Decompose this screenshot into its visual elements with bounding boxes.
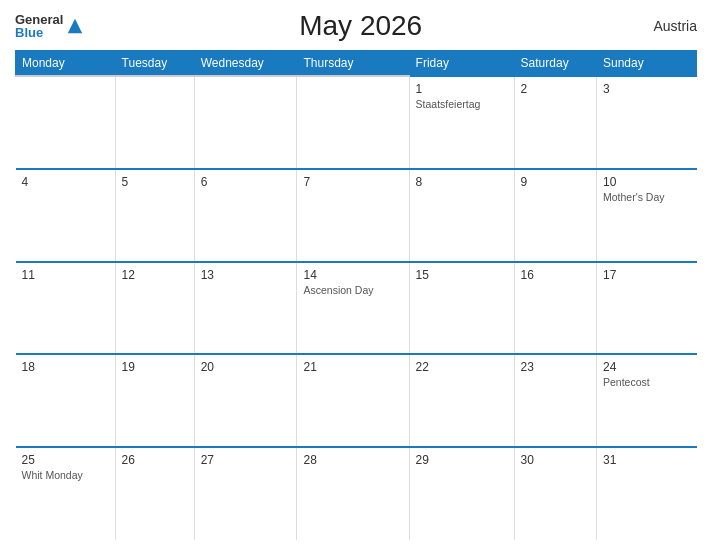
holiday-label: Staatsfeiertag [416, 98, 508, 110]
day-number: 27 [201, 453, 291, 467]
table-row: 19 [115, 354, 194, 447]
day-number: 31 [603, 453, 691, 467]
calendar-page: General Blue May 2026 Austria Monday Tue… [0, 0, 712, 550]
day-number: 5 [122, 175, 188, 189]
table-row: 11 [16, 262, 116, 355]
day-number: 10 [603, 175, 691, 189]
table-row: 7 [297, 169, 409, 262]
col-monday: Monday [16, 51, 116, 77]
day-number: 1 [416, 82, 508, 96]
day-number: 16 [521, 268, 590, 282]
day-number: 28 [303, 453, 402, 467]
holiday-label: Whit Monday [22, 469, 109, 481]
day-number: 8 [416, 175, 508, 189]
table-row: 15 [409, 262, 514, 355]
page-header: General Blue May 2026 Austria [15, 10, 697, 42]
day-number: 19 [122, 360, 188, 374]
col-tuesday: Tuesday [115, 51, 194, 77]
table-row [194, 76, 297, 169]
logo: General Blue [15, 13, 84, 39]
table-row: 17 [597, 262, 697, 355]
col-wednesday: Wednesday [194, 51, 297, 77]
day-number: 30 [521, 453, 590, 467]
day-number: 25 [22, 453, 109, 467]
table-row: 16 [514, 262, 596, 355]
table-row: 21 [297, 354, 409, 447]
table-row: 10Mother's Day [597, 169, 697, 262]
day-number: 4 [22, 175, 109, 189]
table-row: 27 [194, 447, 297, 540]
day-number: 2 [521, 82, 590, 96]
holiday-label: Pentecost [603, 376, 691, 388]
day-number: 14 [303, 268, 402, 282]
table-row: 30 [514, 447, 596, 540]
table-row: 5 [115, 169, 194, 262]
table-row: 8 [409, 169, 514, 262]
day-number: 9 [521, 175, 590, 189]
day-number: 20 [201, 360, 291, 374]
table-row [16, 76, 116, 169]
country-label: Austria [637, 18, 697, 34]
table-row: 18 [16, 354, 116, 447]
day-number: 3 [603, 82, 691, 96]
col-saturday: Saturday [514, 51, 596, 77]
day-number: 13 [201, 268, 291, 282]
day-number: 12 [122, 268, 188, 282]
table-row: 6 [194, 169, 297, 262]
day-number: 22 [416, 360, 508, 374]
table-row [115, 76, 194, 169]
table-row: 20 [194, 354, 297, 447]
day-number: 11 [22, 268, 109, 282]
table-row: 2 [514, 76, 596, 169]
table-row: 13 [194, 262, 297, 355]
table-row: 14Ascension Day [297, 262, 409, 355]
svg-marker-0 [68, 19, 82, 33]
table-row: 4 [16, 169, 116, 262]
calendar-week-row: 11121314Ascension Day151617 [16, 262, 697, 355]
table-row: 12 [115, 262, 194, 355]
holiday-label: Ascension Day [303, 284, 402, 296]
calendar-table: Monday Tuesday Wednesday Thursday Friday… [15, 50, 697, 540]
day-number: 6 [201, 175, 291, 189]
logo-blue-text: Blue [15, 26, 63, 39]
table-row: 29 [409, 447, 514, 540]
table-row: 1Staatsfeiertag [409, 76, 514, 169]
calendar-week-row: 18192021222324Pentecost [16, 354, 697, 447]
calendar-week-row: 25Whit Monday262728293031 [16, 447, 697, 540]
table-row: 25Whit Monday [16, 447, 116, 540]
calendar-title: May 2026 [84, 10, 637, 42]
day-number: 24 [603, 360, 691, 374]
day-number: 29 [416, 453, 508, 467]
table-row: 28 [297, 447, 409, 540]
table-row: 9 [514, 169, 596, 262]
calendar-header-row: Monday Tuesday Wednesday Thursday Friday… [16, 51, 697, 77]
col-thursday: Thursday [297, 51, 409, 77]
table-row: 31 [597, 447, 697, 540]
holiday-label: Mother's Day [603, 191, 691, 203]
table-row: 23 [514, 354, 596, 447]
logo-flag-icon [66, 17, 84, 35]
table-row: 26 [115, 447, 194, 540]
table-row: 24Pentecost [597, 354, 697, 447]
table-row: 3 [597, 76, 697, 169]
day-number: 23 [521, 360, 590, 374]
col-friday: Friday [409, 51, 514, 77]
day-number: 18 [22, 360, 109, 374]
day-number: 15 [416, 268, 508, 282]
table-row [297, 76, 409, 169]
col-sunday: Sunday [597, 51, 697, 77]
table-row: 22 [409, 354, 514, 447]
calendar-week-row: 1Staatsfeiertag23 [16, 76, 697, 169]
day-number: 26 [122, 453, 188, 467]
calendar-week-row: 45678910Mother's Day [16, 169, 697, 262]
day-number: 7 [303, 175, 402, 189]
day-number: 21 [303, 360, 402, 374]
day-number: 17 [603, 268, 691, 282]
